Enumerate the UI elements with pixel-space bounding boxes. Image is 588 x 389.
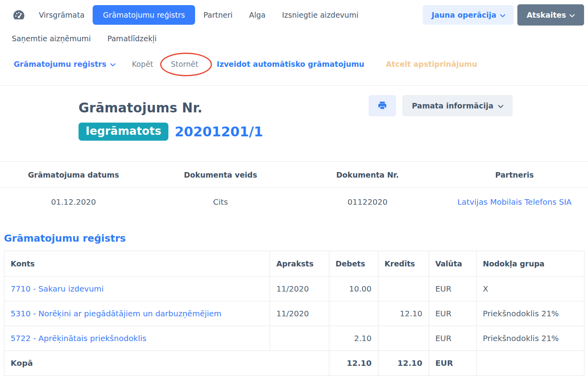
cell-kredits: 12.10 [378, 301, 429, 326]
chevron-down-icon [498, 101, 503, 110]
total-nodokla-grupa [477, 351, 584, 376]
create-automatic-entry-action[interactable]: Izveidot automātisko grāmatojumu [217, 60, 364, 68]
table-row: 5722 - Aprēķinātais priekšnodoklis 2.10 … [4, 326, 584, 351]
cell-apraksts [270, 326, 329, 351]
col-header-nodokla-grupa: Nodokļa grupa [477, 251, 584, 277]
reports-label: Atskaites [527, 11, 566, 19]
chevron-down-icon [570, 11, 575, 19]
info-header-row: Grāmatojuma datums Dokumenta veids Dokum… [0, 162, 588, 188]
register-table: Konts Apraksts Debets Kredīts Valūta Nod… [4, 251, 584, 376]
cell-valuta: EUR [429, 301, 476, 326]
document-info-grid: Grāmatojuma datums Dokumenta veids Dokum… [0, 161, 588, 218]
cell-debets [329, 301, 378, 326]
info-value-date: 01.12.2020 [0, 188, 147, 218]
register-dropdown-label: Grāmatojumu reģistrs [14, 60, 106, 68]
table-row: 7710 - Sakaru izdevumi 11/2020 10.00 EUR… [4, 277, 584, 301]
cell-nodokla-grupa: Priekšnodoklis 21% [477, 326, 584, 351]
cell-apraksts: 11/2020 [270, 301, 329, 326]
table-total-row: Kopā 12.10 12.10 EUR [4, 351, 584, 376]
total-valuta: EUR [429, 351, 476, 376]
new-operation-label: Jauna operācija [431, 11, 496, 19]
nav-item-pamatlidzekli[interactable]: Pamatlīdzekļi [99, 34, 165, 43]
nav-item-izsniegtie-aizdevumi[interactable]: Izsniegtie aizdevumi [274, 11, 367, 19]
document-number: 20201201/1 [175, 124, 263, 139]
main-navigation: Virsgrāmata Grāmatojumu reģistrs Partner… [0, 0, 588, 26]
basic-information-button[interactable]: Pamata informācija [402, 95, 513, 116]
register-section-title: Grāmatojumu reģistrs [0, 218, 588, 251]
col-header-konts: Konts [4, 251, 270, 277]
chevron-down-icon [500, 11, 505, 19]
chevron-down-icon [110, 60, 115, 68]
account-link[interactable]: 5722 - Aprēķinātais priekšnodoklis [11, 334, 146, 343]
dashboard-gauge-icon[interactable] [13, 9, 25, 21]
info-header-partner: Partneris [441, 162, 588, 187]
col-header-apraksts: Apraksts [270, 251, 329, 277]
account-link[interactable]: 5310 - Norēķini ar piegādātājiem un darb… [11, 309, 221, 318]
total-label: Kopā [4, 351, 329, 376]
nav-item-gramatojumu-registrs-active[interactable]: Grāmatojumu reģistrs [93, 5, 195, 25]
printer-icon [378, 101, 387, 111]
nav-item-partneri[interactable]: Partneri [195, 11, 241, 19]
col-header-valuta: Valūta [429, 251, 476, 277]
action-bar: Grāmatojumu reģistrs Kopēt Stornēt Izvei… [0, 43, 588, 68]
copy-action[interactable]: Kopēt [132, 60, 153, 68]
print-button[interactable] [369, 95, 396, 116]
new-operation-button[interactable]: Jauna operācija [423, 5, 513, 25]
info-value-row: 01.12.2020 Cits 01122020 Latvijas Mobila… [0, 188, 588, 218]
cell-debets: 2.10 [329, 326, 378, 351]
table-row: 5310 - Norēķini ar piegādātājiem un darb… [4, 301, 584, 326]
basic-information-label: Pamata informācija [412, 101, 493, 110]
info-value-doc-nr: 01122020 [294, 188, 441, 218]
total-kredits: 12.10 [378, 351, 429, 376]
cell-kredits [378, 277, 429, 301]
cell-valuta: EUR [429, 326, 476, 351]
info-header-doc-type: Dokumenta veids [147, 162, 294, 187]
cell-valuta: EUR [429, 277, 476, 301]
topnav-right-buttons: Jauna operācija Atskaites [423, 4, 584, 26]
col-header-kredits: Kredīts [378, 251, 429, 277]
total-debets: 12.10 [329, 351, 378, 376]
reports-button[interactable]: Atskaites [517, 4, 584, 26]
info-header-date: Grāmatojuma datums [0, 162, 147, 187]
document-header-controls: Pamata informācija [369, 95, 513, 116]
document-status-row: Iegrāmatots 20201201/1 [79, 123, 588, 145]
cell-nodokla-grupa: Priekšnodoklis 21% [477, 301, 584, 326]
nav-item-sanemtie-aiznemumi[interactable]: Saņemtie aizņēmumi [4, 34, 99, 43]
partner-link[interactable]: Latvijas Mobilais Telefons SIA [457, 197, 572, 207]
status-badge: Iegrāmatots [79, 123, 168, 141]
account-link[interactable]: 7710 - Sakaru izdevumi [11, 284, 104, 294]
nav-item-virsgramata[interactable]: Virsgrāmata [31, 11, 93, 19]
cancel-approval-action[interactable]: Atcelt apstiprinājumu [386, 60, 477, 68]
document-header: Grāmatojums Nr. Iegrāmatots 20201201/1 P… [0, 86, 588, 145]
info-value-doc-type: Cits [147, 188, 294, 218]
cell-apraksts: 11/2020 [270, 277, 329, 301]
register-header-row: Konts Apraksts Debets Kredīts Valūta Nod… [4, 251, 584, 277]
main-navigation-row2: Saņemtie aizņēmumi Pamatlīdzekļi [0, 26, 588, 43]
info-header-doc-nr: Dokumenta Nr. [294, 162, 441, 187]
storno-action[interactable]: Stornēt [171, 60, 198, 68]
cell-nodokla-grupa: X [477, 277, 584, 301]
storno-action-wrapper: Stornēt [171, 60, 198, 68]
nav-item-alga[interactable]: Alga [241, 11, 274, 19]
cell-debets: 10.00 [329, 277, 378, 301]
col-header-debets: Debets [329, 251, 378, 277]
cell-kredits [378, 326, 429, 351]
register-dropdown[interactable]: Grāmatojumu reģistrs [14, 60, 115, 68]
